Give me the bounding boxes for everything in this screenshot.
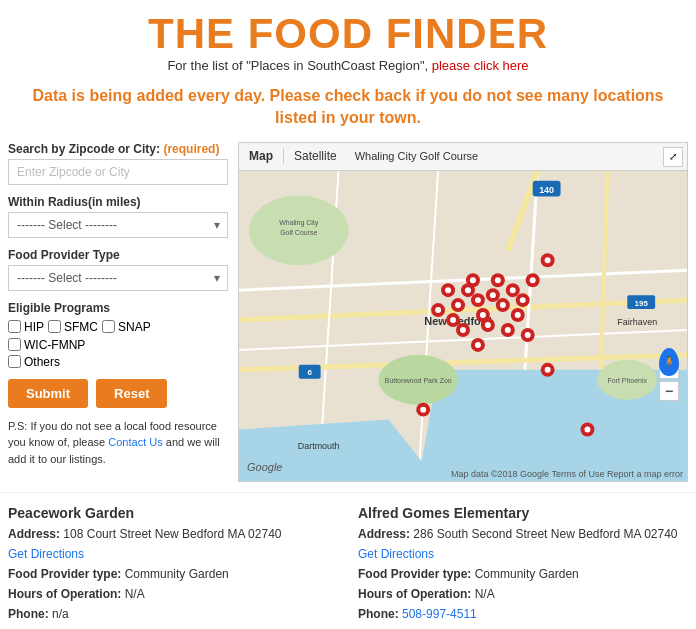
result-1-address: Address: 108 Court Street New Bedford MA… [8,525,338,543]
svg-point-36 [500,302,506,308]
svg-text:6: 6 [307,368,312,377]
google-logo: Google [247,461,282,473]
zipcode-field-group: Search by Zipcode or City: (required) [8,142,228,185]
person-icon: 🧍 [663,356,675,367]
svg-text:Buttonwood Park Zoo: Buttonwood Park Zoo [385,377,452,384]
page-header: THE FOOD FINDER For the list of "Places … [0,0,696,77]
wic-checkbox-label[interactable]: WIC-FMNP [8,338,85,352]
map-expand-button[interactable]: ⤢ [663,147,683,167]
svg-point-62 [530,277,536,283]
checkbox-row-1: HIP SFMC SNAP WIC-FMNP [8,320,228,352]
zoom-out-button[interactable]: − [659,381,679,401]
map-attribution: Map data ©2018 Google Terms of Use Repor… [451,469,683,479]
sfmc-checkbox[interactable] [48,320,61,333]
map-tab-map[interactable]: Map [239,145,283,167]
map-toolbar: Map Satellite Whaling City Golf Course [239,143,687,171]
zipcode-input[interactable] [8,159,228,185]
food-provider-select[interactable]: ------- Select -------- Community Garden… [8,265,228,291]
result-1-phone: Phone: n/a [8,605,338,623]
checkbox-row-2: Others [8,355,228,369]
result-2-name: Alfred Gomes Elementary [358,505,688,521]
svg-point-44 [495,277,501,283]
result-2-email: Email: N/A [358,625,688,629]
zipcode-label: Search by Zipcode or City: (required) [8,142,228,156]
required-indicator: (required) [163,142,219,156]
svg-point-56 [505,327,511,333]
map-city-label: Whaling City Golf Course [347,146,487,166]
result-1-directions-link[interactable]: Get Directions [8,547,84,561]
result-card-2: Alfred Gomes Elementary Address: 286 Sou… [358,505,688,629]
svg-point-66 [525,332,531,338]
header-subtitle: For the list of "Places in SouthCoast Re… [0,58,696,73]
radius-select[interactable]: ------- Select -------- 1 mile 5 miles 1… [8,212,228,238]
eligible-label: Eligible Programs [8,301,228,315]
svg-point-38 [480,312,486,318]
submit-button[interactable]: Submit [8,379,88,408]
result-2-directions-link[interactable]: Get Directions [358,547,434,561]
svg-point-30 [475,297,481,303]
main-content: Search by Zipcode or City: (required) Wi… [0,142,696,482]
svg-point-50 [485,322,491,328]
svg-point-54 [445,287,451,293]
minus-icon: − [665,383,673,399]
food-provider-field-group: Food Provider Type ------- Select ------… [8,248,228,291]
svg-point-64 [435,307,441,313]
contact-us-link[interactable]: Contact Us [108,436,162,448]
sfmc-checkbox-label[interactable]: SFMC [48,320,98,334]
others-checkbox-label[interactable]: Others [8,355,60,369]
result-2-phone-link[interactable]: 508-997-4511 [402,607,477,621]
form-buttons: Submit Reset [8,379,228,408]
map-area[interactable]: Map Satellite Whaling City Golf Course ⤢ [239,143,687,481]
svg-text:Whaling City: Whaling City [279,219,319,227]
svg-point-70 [420,406,426,412]
map-svg: 140 6 195 Buttonwood Park Zoo Whaling C [239,171,687,481]
svg-text:Fort Phoenix: Fort Phoenix [608,377,648,384]
svg-text:Golf Course: Golf Course [280,229,317,236]
street-view-pegman[interactable]: 🧍 [659,348,679,376]
result-2-directions: Get Directions [358,545,688,563]
radius-select-wrapper: ------- Select -------- 1 mile 5 miles 1… [8,212,228,238]
svg-text:195: 195 [635,299,649,308]
map-container[interactable]: Map Satellite Whaling City Golf Course ⤢ [238,142,688,482]
result-2-provider-type: Food Provider type: Community Garden [358,565,688,583]
food-provider-label: Food Provider Type [8,248,228,262]
result-1-name: Peacework Garden [8,505,338,521]
eligible-programs-group: Eligible Programs HIP SFMC SNAP WIC-FMNP [8,301,228,369]
radius-label: Within Radius(in miles) [8,195,228,209]
svg-point-58 [520,297,526,303]
wic-checkbox[interactable] [8,338,21,351]
search-panel: Search by Zipcode or City: (required) Wi… [8,142,228,482]
svg-text:Fairhaven: Fairhaven [617,317,657,327]
result-card-1: Peacework Garden Address: 108 Court Stre… [8,505,338,629]
svg-point-68 [475,342,481,348]
page-title: THE FOOD FINDER [0,10,696,58]
others-checkbox[interactable] [8,355,21,368]
svg-point-74 [545,367,551,373]
food-provider-select-wrapper: ------- Select -------- Community Garden… [8,265,228,291]
map-tab-satellite[interactable]: Satellite [284,145,347,167]
svg-text:Dartmouth: Dartmouth [298,441,340,451]
svg-text:140: 140 [539,184,554,194]
svg-point-76 [584,426,590,432]
svg-point-40 [455,302,461,308]
result-2-hours: Hours of Operation: N/A [358,585,688,603]
reset-button[interactable]: Reset [96,379,167,408]
subtitle-text: For the list of "Places in SouthCoast Re… [167,58,428,73]
svg-point-52 [450,317,456,323]
result-1-directions: Get Directions [8,545,338,563]
subtitle-link[interactable]: please click here [432,58,529,73]
result-1-hours: Hours of Operation: N/A [8,585,338,603]
svg-point-32 [490,292,496,298]
hip-checkbox-label[interactable]: HIP [8,320,44,334]
snap-checkbox-label[interactable]: SNAP [102,320,151,334]
svg-point-46 [470,277,476,283]
results-section: Peacework Garden Address: 108 Court Stre… [0,492,696,629]
result-2-address: Address: 286 South Second Street New Bed… [358,525,688,543]
hip-checkbox[interactable] [8,320,21,333]
result-2-phone: Phone: 508-997-4511 [358,605,688,623]
radius-field-group: Within Radius(in miles) ------- Select -… [8,195,228,238]
svg-point-60 [460,327,466,333]
result-1-provider-type: Food Provider type: Community Garden [8,565,338,583]
snap-checkbox[interactable] [102,320,115,333]
svg-point-48 [515,312,521,318]
